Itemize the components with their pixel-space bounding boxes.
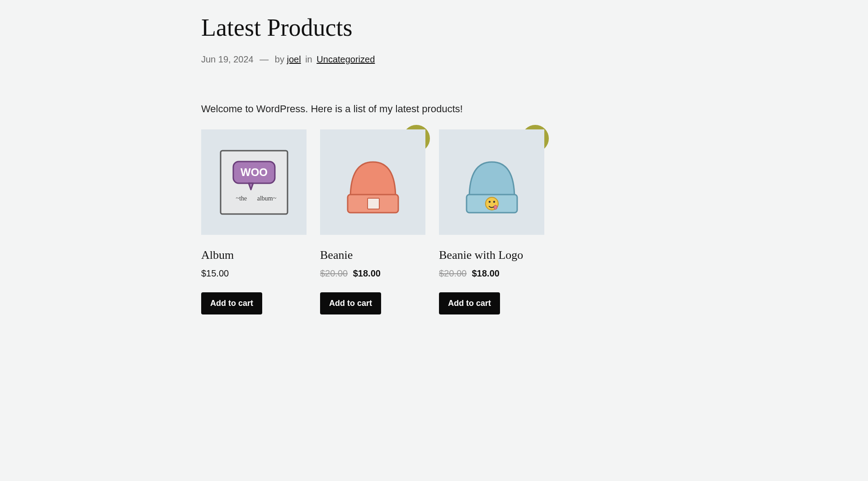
product-grid: WOO ~the album~ Album $15.00 Add to cart…	[201, 129, 667, 314]
svg-text:~the: ~the	[236, 195, 247, 202]
product-title-link[interactable]: Beanie with Logo	[439, 248, 523, 262]
price-regular: $15.00	[201, 268, 229, 278]
price-old: $20.00	[439, 268, 467, 278]
author-link[interactable]: joel	[287, 54, 301, 64]
svg-point-10	[493, 200, 495, 202]
page-title: Latest Products	[201, 14, 667, 42]
product-card: Sale! Beanie with Logo $20.00 $18.00 Add…	[439, 129, 544, 314]
svg-text:WOO: WOO	[241, 166, 268, 178]
add-to-cart-button[interactable]: Add to cart	[439, 292, 500, 314]
product-price: $20.00 $18.00	[439, 268, 544, 279]
svg-point-11	[494, 205, 497, 209]
by-label: by	[275, 54, 284, 64]
product-title-link[interactable]: Album	[201, 248, 234, 262]
product-image-link[interactable]	[320, 129, 425, 235]
product-price: $15.00	[201, 268, 307, 279]
page-content: Latest Products Jun 19, 2024 — by joel i…	[201, 0, 667, 351]
svg-rect-6	[368, 198, 379, 209]
beanie-blue-logo-icon	[456, 144, 528, 221]
product-card: Sale! Beanie $20.00 $18.00 Add to cart	[320, 129, 425, 314]
product-title-link[interactable]: Beanie	[320, 248, 353, 262]
product-image-link[interactable]	[439, 129, 544, 235]
add-to-cart-button[interactable]: Add to cart	[201, 292, 262, 314]
product-image-link[interactable]: WOO ~the album~	[201, 129, 307, 235]
product-title[interactable]: Album	[201, 248, 307, 262]
in-label: in	[305, 54, 312, 64]
price-current: $18.00	[472, 268, 500, 278]
svg-point-9	[488, 200, 490, 202]
meta-separator: —	[259, 54, 269, 64]
product-title[interactable]: Beanie with Logo	[439, 248, 544, 262]
price-current: $18.00	[353, 268, 381, 278]
post-date: Jun 19, 2024	[201, 54, 254, 64]
svg-text:album~: album~	[257, 195, 276, 202]
intro-text: Welcome to WordPress. Here is a list of …	[201, 103, 667, 115]
price-old: $20.00	[320, 268, 348, 278]
category-link[interactable]: Uncategorized	[316, 54, 375, 64]
album-art-icon: WOO ~the album~	[218, 146, 290, 219]
product-card: WOO ~the album~ Album $15.00 Add to cart	[201, 129, 307, 314]
add-to-cart-button[interactable]: Add to cart	[320, 292, 381, 314]
product-title[interactable]: Beanie	[320, 248, 425, 262]
post-meta: Jun 19, 2024 — by joel in Uncategorized	[201, 54, 667, 65]
beanie-orange-icon	[337, 144, 409, 221]
product-price: $20.00 $18.00	[320, 268, 425, 279]
